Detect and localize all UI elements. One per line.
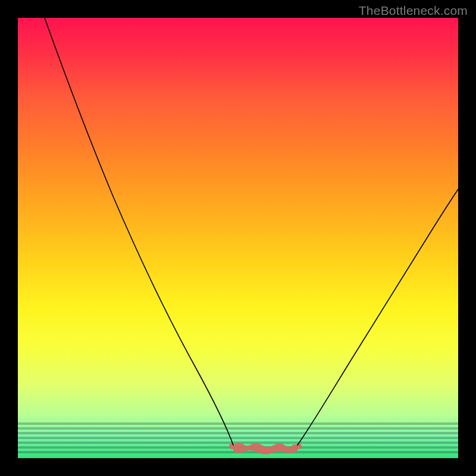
left-branch-path (45, 18, 233, 445)
valley-marker-dot (229, 443, 235, 449)
valley-marker-group (229, 443, 302, 455)
chart-frame: TheBottleneck.com (0, 0, 476, 476)
watermark-text: TheBottleneck.com (359, 4, 468, 18)
plot-area (18, 18, 458, 458)
right-branch-path (298, 189, 458, 445)
curve-svg (18, 18, 458, 458)
valley-marker-shape (233, 443, 298, 455)
